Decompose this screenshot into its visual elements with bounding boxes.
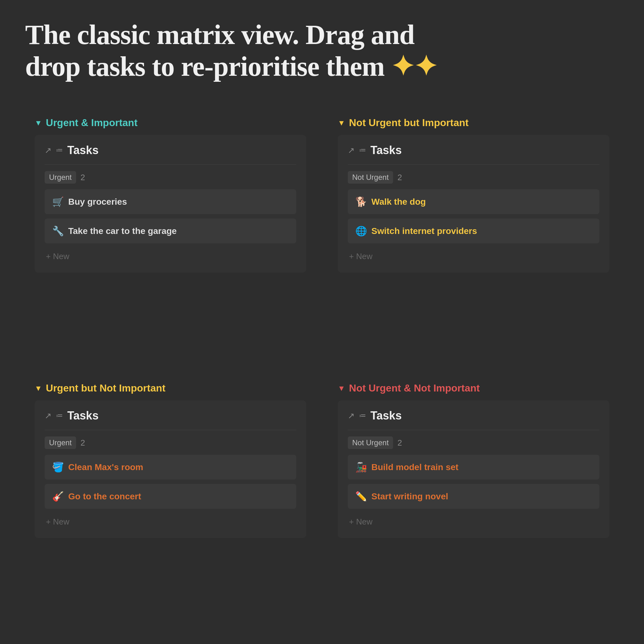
quadrant-title: Not Urgent but Important	[349, 117, 469, 129]
board-title: Tasks	[370, 144, 402, 157]
triangle-icon: ▼	[338, 384, 345, 393]
quadrant-label: ▼ Urgent & Important	[35, 117, 306, 129]
quadrant-title: Not Urgent & Not Important	[349, 382, 480, 394]
board-title: Tasks	[67, 144, 98, 157]
tag-row: Urgent 2	[45, 436, 296, 449]
task-text: Start writing novel	[371, 491, 448, 502]
page-header: The classic matrix view. Drag and drop t…	[0, 0, 644, 95]
task-text: Switch internet providers	[371, 226, 477, 236]
quadrant-title: Urgent but Not Important	[46, 382, 165, 394]
expand-icon[interactable]: ↗	[45, 411, 52, 421]
new-task-button[interactable]: + New	[45, 249, 296, 264]
expand-icon[interactable]: ↗	[45, 146, 52, 155]
new-task-button[interactable]: + New	[45, 514, 296, 529]
triangle-icon: ▼	[338, 119, 345, 127]
quadrant-q1: ▼ Urgent & Important ↗ ≔ Tasks Urgent 2 …	[19, 108, 322, 373]
quadrant-label: ▼ Not Urgent & Not Important	[338, 382, 609, 394]
list-icon[interactable]: ≔	[56, 146, 63, 154]
task-item[interactable]: 🪣 Clean Max's room	[45, 455, 296, 480]
task-item[interactable]: ✏️ Start writing novel	[348, 484, 599, 509]
new-task-button[interactable]: + New	[348, 249, 599, 264]
board-header: ↗ ≔ Tasks	[348, 144, 599, 157]
task-board: ↗ ≔ Tasks Urgent 2 🛒 Buy groceries 🔧 Tak…	[35, 135, 306, 273]
task-emoji: 🌐	[355, 225, 367, 236]
tag-row: Urgent 2	[45, 171, 296, 184]
quadrant-q3: ▼ Urgent but Not Important ↗ ≔ Tasks Urg…	[19, 373, 322, 638]
task-item[interactable]: 🐕 Walk the dog	[348, 189, 599, 214]
expand-icon[interactable]: ↗	[348, 146, 355, 155]
divider	[348, 164, 599, 165]
header-line1: The classic matrix view. Drag and	[25, 19, 414, 50]
task-item[interactable]: 🌐 Switch internet providers	[348, 219, 599, 243]
task-text: Build model train set	[371, 462, 458, 472]
board-header: ↗ ≔ Tasks	[348, 409, 599, 422]
task-item[interactable]: 🛒 Buy groceries	[45, 189, 296, 214]
task-text: Walk the dog	[371, 197, 426, 207]
task-text: Clean Max's room	[68, 462, 143, 472]
list-icon[interactable]: ≔	[56, 412, 63, 420]
board-header: ↗ ≔ Tasks	[45, 144, 296, 157]
board-header: ↗ ≔ Tasks	[45, 409, 296, 422]
new-task-button[interactable]: + New	[348, 514, 599, 529]
task-emoji: 🛒	[52, 196, 64, 207]
task-board: ↗ ≔ Tasks Not Urgent 2 🐕 Walk the dog 🌐 …	[338, 135, 609, 273]
task-emoji: 🪣	[52, 462, 64, 473]
urgency-tag[interactable]: Not Urgent	[348, 171, 393, 184]
tag-row: Not Urgent 2	[348, 436, 599, 449]
expand-icon[interactable]: ↗	[348, 411, 355, 421]
divider	[45, 430, 296, 430]
header-line2: drop tasks to re-prioritise them	[25, 51, 385, 82]
triangle-icon: ▼	[35, 384, 42, 393]
task-board: ↗ ≔ Tasks Urgent 2 🪣 Clean Max's room 🎸 …	[35, 400, 306, 538]
tag-count: 2	[81, 438, 85, 448]
task-text: Take the car to the garage	[68, 226, 177, 236]
task-emoji: 🚂	[355, 462, 367, 473]
task-emoji: 🎸	[52, 491, 64, 502]
board-title: Tasks	[67, 409, 98, 422]
task-item[interactable]: 🎸 Go to the concert	[45, 484, 296, 509]
divider	[45, 164, 296, 165]
quadrant-q2: ▼ Not Urgent but Important ↗ ≔ Tasks Not…	[322, 108, 625, 373]
quadrant-q4: ▼ Not Urgent & Not Important ↗ ≔ Tasks N…	[322, 373, 625, 638]
task-emoji: 🐕	[355, 196, 367, 207]
matrix-grid: ▼ Urgent & Important ↗ ≔ Tasks Urgent 2 …	[0, 95, 644, 644]
task-item[interactable]: 🔧 Take the car to the garage	[45, 219, 296, 243]
task-emoji: 🔧	[52, 225, 64, 236]
divider	[348, 430, 599, 430]
urgency-tag[interactable]: Urgent	[45, 171, 76, 184]
task-emoji: ✏️	[355, 491, 367, 502]
task-board: ↗ ≔ Tasks Not Urgent 2 🚂 Build model tra…	[338, 400, 609, 538]
list-icon[interactable]: ≔	[359, 412, 366, 420]
board-title: Tasks	[370, 409, 402, 422]
tag-count: 2	[81, 173, 85, 182]
quadrant-label: ▼ Urgent but Not Important	[35, 382, 306, 394]
list-icon[interactable]: ≔	[359, 146, 366, 154]
tag-count: 2	[397, 173, 402, 182]
urgency-tag[interactable]: Urgent	[45, 436, 76, 449]
quadrant-label: ▼ Not Urgent but Important	[338, 117, 609, 129]
task-text: Go to the concert	[68, 491, 141, 502]
tag-count: 2	[397, 438, 402, 448]
urgency-tag[interactable]: Not Urgent	[348, 436, 393, 449]
sparkle-icon: ✦✦	[391, 51, 437, 82]
quadrant-title: Urgent & Important	[46, 117, 138, 129]
task-text: Buy groceries	[68, 197, 127, 207]
triangle-icon: ▼	[35, 119, 42, 127]
task-item[interactable]: 🚂 Build model train set	[348, 455, 599, 480]
tag-row: Not Urgent 2	[348, 171, 599, 184]
